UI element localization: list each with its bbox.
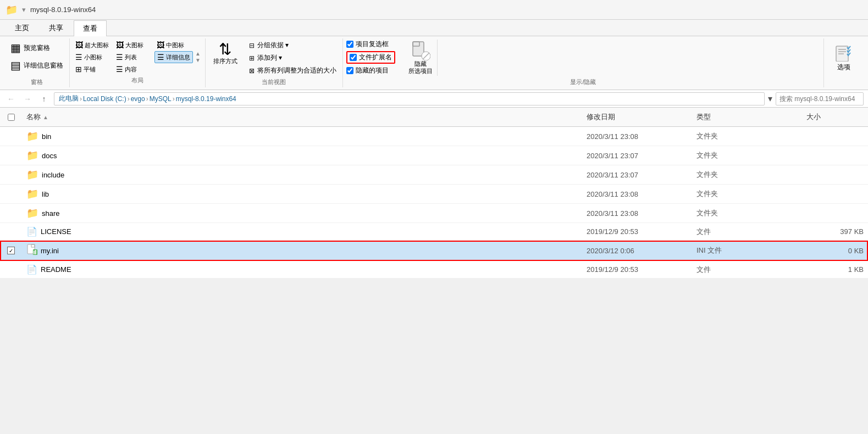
hidden-items-label: 隐藏的项目 (356, 66, 389, 75)
row-date-include: 2020/3/11 23:07 (582, 168, 692, 182)
table-row[interactable]: 📁 bin 2020/3/11 23:08 文件夹 (0, 127, 868, 146)
row-size-license: 397 KB (802, 224, 868, 239)
hide-selected-icon (411, 41, 430, 60)
title-divider: ▾ (22, 5, 26, 14)
tab-share[interactable]: 共享 (40, 20, 73, 36)
header-size[interactable]: 大小 (802, 110, 868, 124)
preview-pane-button[interactable]: ▦ 预览窗格 (8, 40, 66, 56)
svg-rect-11 (34, 251, 35, 254)
row-date-bin: 2020/3/11 23:08 (582, 129, 692, 144)
extra-large-icon: 🖼 (75, 41, 83, 49)
table-row-myini[interactable]: ✓ my.ini 2020/3/12 0:06 (0, 241, 868, 261)
path-part-dir[interactable]: mysql-8.0.19-winx64 (176, 95, 236, 103)
options-section: 选项 (824, 38, 864, 87)
file-extension-input[interactable] (350, 54, 357, 61)
layout-scroll: ▲ ▼ (194, 40, 202, 75)
select-all-checkbox[interactable] (8, 114, 15, 121)
row-check-license (0, 229, 22, 235)
row-name-lib: 📁 lib (22, 185, 582, 203)
sort-label: 排序方式 (213, 57, 237, 65)
header-check[interactable] (0, 110, 22, 124)
row-check-readme (0, 266, 22, 273)
options-button[interactable]: 选项 (830, 41, 858, 74)
show-hide-left: 项目复选框 文件扩展名 隐藏的项目 (346, 40, 395, 75)
file-extension-option[interactable]: 文件扩展名 (346, 51, 395, 64)
row-type-bin: 文件夹 (692, 128, 802, 144)
medium-label: 中图标 (166, 41, 184, 49)
path-part-computer[interactable]: 此电脑 (59, 94, 79, 103)
path-sep-3: › (146, 95, 148, 103)
table-row[interactable]: 📁 lib 2020/3/11 23:08 文件夹 (0, 185, 868, 204)
header-type-label: 类型 (696, 112, 711, 122)
fit-columns-button[interactable]: ⊠ 将所有列调整为合适的大小 (246, 65, 339, 76)
table-row[interactable]: 📁 include 2020/3/11 23:07 文件夹 (0, 165, 868, 185)
folder-icon-include: 📁 (26, 169, 38, 181)
up-button[interactable]: ↑ (37, 92, 51, 105)
address-dropdown[interactable]: ▾ (768, 93, 772, 104)
layout-tile[interactable]: ⊞ 平铺 (73, 64, 112, 75)
row-size-myini: 0 KB (802, 243, 868, 258)
layout-small[interactable]: ☰ 小图标 (73, 51, 112, 63)
header-date[interactable]: 修改日期 (582, 110, 692, 124)
item-checkbox-input[interactable] (346, 41, 353, 48)
cv-items: ⊟ 分组依据 ▾ ⊞ 添加列 ▾ ⊠ 将所有列调整为合适的大小 (246, 40, 339, 76)
path-part-mysql[interactable]: MySQL (150, 95, 172, 103)
hide-selected-button[interactable]: 隐藏所选项目 (408, 41, 433, 75)
hidden-items-input[interactable] (346, 67, 353, 74)
header-type[interactable]: 类型 (692, 110, 802, 124)
show-hide-label: 显示/隐藏 (346, 78, 820, 86)
layout-medium[interactable]: 🖼 中图标 (154, 40, 193, 51)
ini-icon (26, 244, 37, 257)
layout-large[interactable]: 🖼 大图标 (114, 40, 152, 51)
svg-rect-12 (35, 250, 36, 254)
scroll-up[interactable]: ▲ (195, 51, 201, 57)
back-button[interactable]: ← (4, 92, 18, 105)
path-part-disk[interactable]: Local Disk (C:) (83, 95, 126, 103)
file-icon-readme: 📄 (26, 264, 37, 275)
tab-home[interactable]: 主页 (5, 20, 38, 36)
layout-content[interactable]: ☰ 内容 (114, 64, 152, 75)
table-row[interactable]: 📁 share 2020/3/11 23:08 文件夹 (0, 204, 868, 223)
path-sep-2: › (128, 95, 130, 103)
details-pane-button[interactable]: ▤ 详细信息窗格 (8, 57, 66, 74)
forward-button[interactable]: → (21, 92, 34, 105)
row-size-bin (802, 133, 868, 140)
row-size-readme: 1 KB (802, 262, 868, 277)
row-name-docs: 📁 docs (22, 146, 582, 165)
details-pane-icon: ▤ (10, 59, 21, 72)
large-label: 大图标 (125, 41, 143, 49)
list-label: 列表 (125, 53, 137, 62)
row-name-include: 📁 include (22, 165, 582, 184)
row-type-share: 文件夹 (692, 205, 802, 221)
row-type-myini: INI 文件 (692, 242, 802, 259)
name-sort-arrow: ▲ (43, 114, 48, 120)
row-size-lib (802, 191, 868, 197)
path-part-evgo[interactable]: evgo (131, 95, 145, 103)
search-input[interactable] (776, 92, 864, 105)
hide-selected-label: 隐藏所选项目 (408, 60, 433, 75)
small-icon: ☰ (75, 53, 82, 62)
group-by-button[interactable]: ⊟ 分组依据 ▾ (246, 40, 339, 51)
extra-large-label: 超大图标 (85, 41, 109, 49)
layout-list[interactable]: ☰ 列表 (114, 51, 152, 63)
item-checkbox-option[interactable]: 项目复选框 (346, 40, 395, 49)
table-row[interactable]: 📁 docs 2020/3/11 23:07 文件夹 (0, 146, 868, 165)
table-row[interactable]: 📄 LICENSE 2019/12/9 20:53 文件 397 KB (0, 223, 868, 241)
row-date-share: 2020/3/11 23:08 (582, 206, 692, 221)
address-path[interactable]: 此电脑 › Local Disk (C:) › evgo › MySQL › m… (54, 92, 765, 105)
tab-view[interactable]: 查看 (74, 20, 107, 36)
content-icon: ☰ (116, 65, 123, 74)
show-hide-section: 项目复选框 文件扩展名 隐藏的项目 (343, 38, 824, 87)
title-bar: 📁 ▾ mysql-8.0.19-winx64 (0, 0, 868, 20)
sort-button[interactable]: ⇅ 排序方式 (209, 40, 242, 68)
header-name[interactable]: 名称 ▲ (22, 110, 582, 124)
hidden-items-option[interactable]: 隐藏的项目 (346, 66, 395, 75)
preview-pane-label: 预览窗格 (24, 43, 50, 53)
layout-details[interactable]: ☰ 详细信息 (154, 51, 193, 63)
add-column-button[interactable]: ⊞ 添加列 ▾ (246, 52, 339, 64)
table-row[interactable]: 📄 README 2019/12/9 20:53 文件 1 KB (0, 261, 868, 279)
layout-extra-large[interactable]: 🖼 超大图标 (73, 40, 112, 51)
layout-section-label: 布局 (73, 76, 202, 85)
scroll-down[interactable]: ▼ (195, 57, 201, 64)
row-check-include (0, 171, 22, 178)
